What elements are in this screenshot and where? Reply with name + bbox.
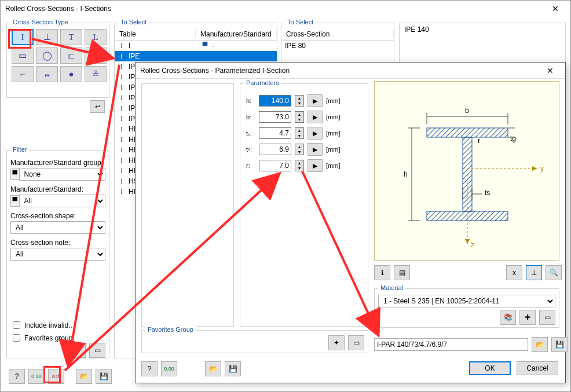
cs-col[interactable]: Cross-Section [281,30,394,38]
svg-text:tg: tg [510,134,516,142]
param-save-button[interactable]: 💾 [225,361,241,376]
favorites-group-checkbox[interactable] [13,334,20,342]
list-item[interactable]: IPE 80 [281,41,394,51]
zoom-button[interactable]: 🔍 [546,265,562,280]
help-button[interactable]: ? [9,369,25,384]
filter-shape-combo[interactable]: All [10,221,105,234]
parametrize-button[interactable]: a↕b [48,369,64,384]
param-tg-pick[interactable]: ▶ [308,143,323,156]
i-section-icon: I [118,53,125,60]
svg-text:b: b [465,107,469,115]
svg-text:ts: ts [485,189,490,197]
param-tg-input[interactable] [259,144,291,155]
include-invalid-checkbox[interactable] [13,321,20,329]
table-col-name[interactable]: Table [115,30,196,38]
main-close-button[interactable]: ✕ [545,2,566,16]
axis-view-button[interactable]: ⊥ [526,265,542,280]
cs-type-i-button[interactable]: I [12,29,34,45]
sections-group-label: To Select [285,19,316,25]
table-row[interactable]: IIPE [115,51,277,61]
svg-text:r: r [478,137,480,145]
cs-type-half-i-button[interactable]: ⊥ [36,29,58,45]
main-title: Rolled Cross-Sections - I-Sections [5,5,111,13]
param-ts-pick[interactable]: ▶ [308,127,323,140]
param-r-input[interactable] [259,160,291,171]
param-ts-input[interactable] [259,127,291,139]
filter-mstd-combo[interactable]: All [19,195,105,207]
table-row[interactable]: II▀- [115,41,277,51]
main-titlebar: Rolled Cross-Sections - I-Sections ✕ [1,1,570,17]
cs-type-solid-button[interactable]: ● [60,66,82,82]
save-button[interactable]: 💾 [96,369,112,384]
cs-type-channel-button[interactable]: ⊏ [60,47,82,64]
param-row-h: h: ▲▼ ▶ [mm] [246,94,362,107]
param-b-input[interactable] [259,111,291,123]
svg-text:h: h [404,170,408,178]
param-tg-spinner[interactable]: ▲▼ [295,144,304,155]
fav-add-button[interactable]: ✦ [328,335,345,350]
param-b-pick[interactable]: ▶ [308,111,323,123]
param-r-pick[interactable]: ▶ [308,159,323,172]
open-button[interactable]: 📂 [76,369,92,384]
favorites-group-label: Favorites group [24,334,72,342]
i-section-icon: I [118,188,125,195]
param-ts-spinner[interactable]: ▲▼ [295,127,304,139]
cs-type-z-button[interactable]: ∠ [85,47,107,64]
i-section-icon: I [118,157,125,164]
param-help-button[interactable]: ? [141,361,158,376]
svg-text:y: y [540,164,544,173]
stress-button[interactable]: ▤ [394,265,410,280]
material-combo[interactable]: 1 - Steel S 235 | EN 10025-2:2004-11 [378,295,555,307]
cs-type-reset-button[interactable]: ↩ [90,100,105,113]
units-button[interactable]: 0.00 [28,369,45,384]
axis-x-button[interactable]: x [506,265,522,280]
material-lib-button[interactable]: 📚 [500,310,516,325]
cs-type-other-button[interactable]: ≗ [85,66,107,82]
cs-type-circle-tube-button[interactable]: ◯ [36,47,58,64]
i-section-icon: I [118,74,125,80]
flag-icon: ▀ [202,42,208,49]
cs-type-t-button[interactable]: T [60,29,82,45]
param-title: Rolled Cross-Sections - Parameterized I-… [140,67,290,75]
param-close-button[interactable]: ✕ [540,64,561,78]
param-row-b: b: ▲▼ ▶ [mm] [246,111,362,123]
filter-group: Filter Manufacturer/Standard group: ▀ No… [6,150,109,358]
result-save-button[interactable]: 💾 [551,337,568,352]
result-field[interactable] [374,338,528,351]
filter-note-combo[interactable]: All [10,248,105,261]
param-h-pick[interactable]: ▶ [308,94,323,107]
i-section-icon: I [118,167,125,174]
param-b-spinner[interactable]: ▲▼ [295,111,304,123]
cs-type-cold-l-button[interactable]: ⌐ [12,66,34,82]
material-label: Material [378,284,405,291]
cancel-button[interactable]: Cancel [517,361,558,375]
param-window: Rolled Cross-Sections - Parameterized I-… [135,62,566,383]
fav-manage-button[interactable]: ▭ [89,343,105,358]
fav-edit-button[interactable]: ▭ [348,335,364,350]
param-r-spinner[interactable]: ▲▼ [295,160,304,171]
param-row-ts: tₛ: ▲▼ ▶ [mm] [246,127,362,140]
param-h-input[interactable] [259,95,291,107]
param-row-tg: tᵍ: ▲▼ ▶ [mm] [246,143,362,156]
cs-type-l-button[interactable]: L [85,29,107,45]
cs-type-rail-button[interactable]: ⏛ [36,66,58,82]
param-open-button[interactable]: 📂 [205,361,221,376]
material-new-button[interactable]: ✚ [519,310,536,325]
param-h-spinner[interactable]: ▲▼ [295,95,304,107]
filter-group-label: Filter [10,146,29,153]
i-section-icon: I [118,126,125,133]
filter-mgrp-combo[interactable]: None [19,168,105,181]
fav-new-button[interactable]: ✦ [69,343,86,358]
param-units-button[interactable]: 0.00 [161,361,177,376]
ok-button[interactable]: OK [469,361,511,375]
sections-list[interactable]: IPE 80 [281,41,394,51]
parameters-group: Parameters h: ▲▼ ▶ [mm] b: ▲▼ ▶ [mm] tₛ:… [240,83,368,327]
info-button[interactable]: ℹ [374,265,390,280]
material-edit-button[interactable]: ▭ [539,310,555,325]
i-section-icon: I [118,94,125,101]
table-col-manuf[interactable]: Manufacturer/Standard [196,30,277,38]
result-open-button[interactable]: 📂 [532,337,548,352]
filter-note-label: Cross-section note: [10,239,70,247]
cs-type-rect-tube-button[interactable]: ▭ [12,47,34,64]
i-section-icon: I [118,63,125,70]
